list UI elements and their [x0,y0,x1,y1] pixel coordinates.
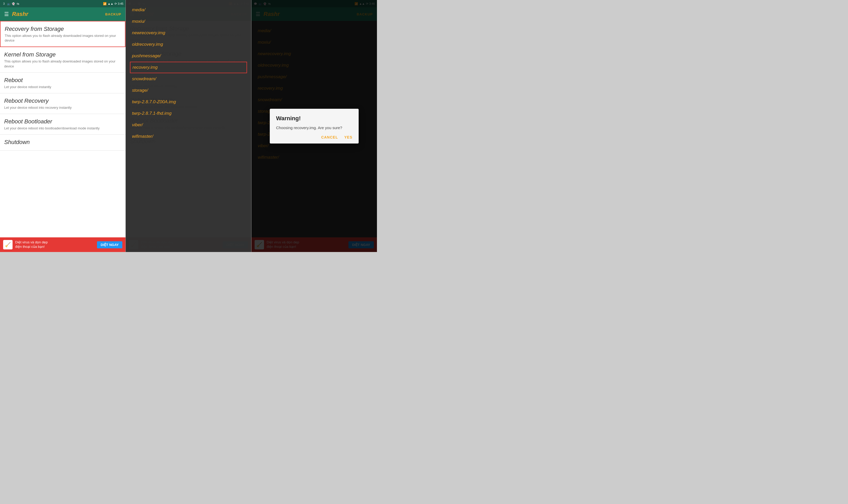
file-item-0[interactable]: media/ [126,4,251,16]
app-title-1: Rashr [12,11,28,18]
menu-item-recovery-storage[interactable]: Recovery from Storage This option allows… [0,21,125,47]
dialog-title: Warning! [276,115,353,122]
file-item-11[interactable]: wifimaster/ [126,131,251,142]
panel3: 💬 📺 👻 🛍 📶 ▲▲ ⟳ 3:46 ☰ Rashr BACKUP [251,0,377,252]
panel1: 3 📺 👻 🛍 📶 ▲▲ ⟳ 3:45 ☰ Rashr BACKUP Recov… [0,0,125,252]
menu-item-title-1: Kernel from Storage [4,51,121,58]
app-bar-1: ☰ Rashr BACKUP [0,7,125,21]
file-item-1[interactable]: moxiu/ [126,16,251,27]
menu-item-title-4: Reboot Bootloader [4,118,121,125]
app-bar-left-1: ☰ Rashr [4,11,28,18]
menu-item-desc-0: This option allows you to flash already … [5,34,121,43]
menu-item-desc-3: Let your device reboot into recovery ins… [4,105,121,110]
ad-text-1: Diệt virus và dọn dẹp điện thoại của bạn… [15,240,94,249]
icon-3g: 3 [2,2,6,5]
menu-item-kernel-storage[interactable]: Kernel from Storage This option allows y… [0,47,125,72]
file-list-overlay[interactable]: media/ moxiu/ newrecovery.img oldrecover… [126,0,251,252]
ad-text-line1-1: Diệt virus và dọn dẹp [15,240,94,245]
status-bar-1: 3 📺 👻 🛍 📶 ▲▲ ⟳ 3:45 [0,0,125,7]
signal-icon: ▲▲ [108,2,113,5]
ad-icon-1: 🧹 [3,240,13,249]
menu-item-desc-1: This option allows you to flash already … [4,59,121,69]
menu-item-desc-2: Let your device reboot instantly [4,85,121,89]
menu-item-reboot-recovery[interactable]: Reboot Recovery Let your device reboot i… [0,93,125,114]
file-item-7[interactable]: storage/ [126,85,251,96]
menu-content-1: Recovery from Storage This option allows… [0,21,125,237]
dialog-overlay: Warning! Choosing recovery.img. Are you … [251,0,377,252]
file-item-3[interactable]: oldrecovery.img [126,39,251,50]
icon-shop: 🛍 [16,2,20,5]
time-1: 3:45 [118,2,123,5]
status-icons-left: 3 📺 👻 🛍 [2,2,20,5]
ad-btn-1[interactable]: DIỆT NGAY [97,241,122,248]
ad-text-line2-1: điện thoại của bạn! [15,245,94,249]
menu-item-desc-4: Let your device reboot into bootloader/d… [4,126,121,131]
file-item-5[interactable]: recovery.img [130,62,247,73]
file-item-2[interactable]: newrecovery.img [126,27,251,39]
dialog-yes-button[interactable]: YES [344,135,353,139]
ad-banner-1: 🧹 Diệt virus và dọn dẹp điện thoại của b… [0,237,125,252]
backup-button-1[interactable]: BACKUP [105,12,121,16]
panel2: 💬 📺 👻 🛍 📶 ▲▲ ⟳ 3:46 ☰ Rashr BACKUP Recov… [126,0,251,252]
dialog-cancel-button[interactable]: CANCEL [321,135,338,139]
menu-item-title-2: Reboot [4,77,121,84]
menu-item-title-3: Reboot Recovery [4,97,121,104]
file-item-10[interactable]: viber/ [126,119,251,131]
dialog-actions: CANCEL YES [276,135,353,139]
icon-ghost: 👻 [12,2,15,5]
file-item-9[interactable]: twrp-2.8.7.1-fhd.img [126,108,251,119]
dialog-message: Choosing recovery.img. Are you sure? [276,125,353,130]
warning-dialog: Warning! Choosing recovery.img. Are you … [270,109,359,144]
status-right-1: 📶 ▲▲ ⟳ 3:45 [103,2,123,5]
menu-item-shutdown[interactable]: Shutdown [0,134,125,150]
icon-screen: 📺 [7,2,11,5]
file-item-8[interactable]: twrp-2.8.7.0-Z00A.img [126,96,251,108]
file-item-4[interactable]: pushmessage/ [126,50,251,62]
wifi-icon: 📶 [103,2,107,5]
hamburger-icon-1[interactable]: ☰ [4,11,9,17]
menu-item-reboot[interactable]: Reboot Let your device reboot instantly [0,73,125,93]
menu-item-title-5: Shutdown [4,139,121,146]
sync-icon: ⟳ [114,2,117,5]
menu-item-title-0: Recovery from Storage [5,25,121,32]
file-item-6[interactable]: snowdream/ [126,73,251,85]
menu-item-reboot-bootloader[interactable]: Reboot Bootloader Let your device reboot… [0,114,125,134]
